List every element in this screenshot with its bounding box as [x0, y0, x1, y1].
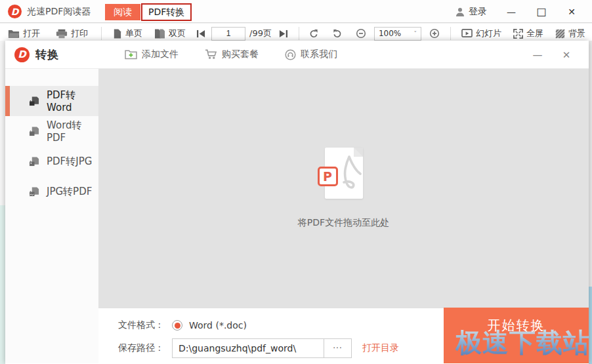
dialog-header: D 转换 添加文件 购买套餐 联系我们 — ✕ [5, 41, 589, 69]
sidebar-item-pdf-to-jpg[interactable]: PDF转JPG [5, 146, 98, 176]
dropzone-hint: 将PDF文件拖动至此处 [298, 217, 389, 229]
maximize-button[interactable]: □ [526, 0, 557, 23]
toolbar-separator [299, 27, 299, 40]
zoom-out-button[interactable] [356, 28, 366, 39]
pdf-file-icon: P [325, 148, 363, 199]
convert-dialog: D 转换 添加文件 购买套餐 联系我们 — ✕ PDF转 [5, 41, 589, 364]
login-label: 登录 [469, 6, 487, 18]
fullscreen-button[interactable]: 全屏 [513, 28, 543, 39]
background-label: 背景 [568, 28, 585, 39]
pdf-to-word-icon [29, 96, 40, 106]
close-button[interactable]: ✕ [557, 0, 587, 23]
cart-icon [205, 49, 217, 60]
last-page-button[interactable] [278, 30, 288, 38]
single-page-button[interactable]: 单页 [112, 28, 142, 39]
page-total-label: /99页 [249, 28, 272, 39]
browse-button[interactable]: ··· [324, 338, 352, 358]
dialog-minimize-button[interactable]: — [523, 41, 552, 69]
page-number-input[interactable] [211, 27, 245, 41]
dialog-title: 转换 [35, 47, 59, 62]
open-button[interactable]: 打开 [8, 28, 40, 39]
dialog-close-button[interactable]: ✕ [552, 41, 581, 69]
slideshow-button[interactable]: 幻灯片 [461, 28, 501, 39]
toolbar-separator [101, 27, 102, 40]
rotate-right-icon [308, 29, 319, 39]
contact-us-button[interactable]: 联系我们 [285, 49, 337, 60]
sidebar-item-label: JPG转PDF [47, 186, 92, 198]
user-icon [455, 7, 465, 16]
last-page-icon [278, 30, 288, 38]
format-option-label: Word (*.doc) [189, 320, 247, 331]
buy-plan-label: 购买套餐 [222, 49, 259, 60]
double-page-icon [154, 29, 165, 39]
open-label: 打开 [23, 28, 40, 39]
headset-icon [285, 49, 296, 60]
single-page-icon [112, 29, 122, 39]
tab-pdf-convert[interactable]: PDF转换 [141, 3, 192, 21]
app-title: 光速PDF阅读器 [27, 6, 91, 18]
single-page-label: 单页 [125, 28, 142, 39]
sidebar-item-word-to-pdf[interactable]: Word转PDF [5, 116, 98, 146]
conversion-sidebar: PDF转Word Word转PDF PDF转JPG JPG转PDF [5, 69, 98, 363]
zoom-in-button[interactable] [429, 28, 440, 39]
jpg-to-pdf-icon [29, 187, 40, 197]
main-titlebar: D 光速PDF阅读器 阅读 PDF转换 登录 — □ ✕ [0, 0, 592, 23]
reader-window-right-edge [589, 41, 592, 364]
add-file-icon [125, 49, 137, 60]
open-folder-icon [8, 29, 20, 39]
format-radio-word[interactable] [172, 320, 182, 331]
pdf-dropzone[interactable]: P 将PDF文件拖动至此处 [98, 69, 589, 308]
zoom-level-value: 100% [379, 29, 401, 38]
sidebar-item-label: PDF转Word [47, 89, 98, 113]
dialog-brand: D 转换 [14, 47, 59, 62]
rotate-left-icon [332, 29, 343, 39]
slideshow-label: 幻灯片 [476, 28, 501, 39]
zoom-in-icon [429, 28, 440, 39]
sidebar-item-jpg-to-pdf[interactable]: JPG转PDF [5, 176, 98, 207]
dialog-body: PDF转Word Word转PDF PDF转JPG JPG转PDF P 将PDF… [5, 69, 589, 363]
reader-window-left-edge [0, 41, 5, 364]
save-path-input[interactable] [172, 338, 324, 358]
double-page-label: 双页 [169, 28, 186, 39]
dialog-nav: 添加文件 购买套餐 联系我们 [125, 49, 337, 60]
zoom-level-select[interactable]: 100% ˅ [374, 27, 421, 41]
background-button[interactable]: 背景 [555, 28, 585, 39]
tab-read[interactable]: 阅读 [105, 4, 140, 20]
chevron-down-icon: ˅ [413, 30, 417, 37]
titlebar-right: 登录 — □ ✕ [455, 0, 587, 23]
zoom-out-icon [356, 28, 366, 39]
print-button[interactable]: 打印 [56, 28, 88, 39]
dialog-logo-icon: D [14, 47, 30, 62]
sidebar-item-label: PDF转JPG [47, 155, 92, 168]
fullscreen-label: 全屏 [526, 28, 543, 39]
start-convert-button[interactable]: 开始转换 [444, 308, 589, 363]
add-file-button[interactable]: 添加文件 [125, 49, 179, 60]
pdf-ribbon-glyph [337, 155, 362, 191]
pdf-badge: P [318, 167, 338, 186]
minimize-button[interactable]: — [496, 0, 526, 23]
pdf-to-jpg-icon [29, 157, 40, 167]
rotate-right-button[interactable] [308, 29, 319, 39]
path-label: 保存路径： [118, 342, 172, 354]
sidebar-item-label: Word转PDF [47, 119, 98, 144]
printer-icon [56, 29, 68, 39]
app-brand: D 光速PDF阅读器 [8, 5, 91, 18]
format-label: 文件格式： [118, 319, 172, 331]
first-page-button[interactable] [196, 30, 206, 38]
open-directory-link[interactable]: 打开目录 [362, 342, 399, 354]
radio-dot [175, 323, 180, 329]
rotate-left-button[interactable] [332, 29, 343, 39]
dialog-controls: — ✕ [523, 41, 581, 69]
buy-plan-button[interactable]: 购买套餐 [205, 49, 259, 60]
print-label: 打印 [71, 28, 88, 39]
word-to-pdf-icon [29, 127, 40, 136]
slideshow-icon [461, 29, 473, 39]
toolbar-separator [450, 27, 451, 40]
contact-us-label: 联系我们 [301, 49, 337, 60]
login-button[interactable]: 登录 [455, 6, 487, 18]
sidebar-item-pdf-to-word[interactable]: PDF转Word [5, 86, 98, 116]
app-logo-icon: D [8, 5, 22, 18]
double-page-button[interactable]: 双页 [154, 28, 186, 39]
fullscreen-icon [513, 29, 523, 39]
add-file-label: 添加文件 [142, 49, 179, 60]
